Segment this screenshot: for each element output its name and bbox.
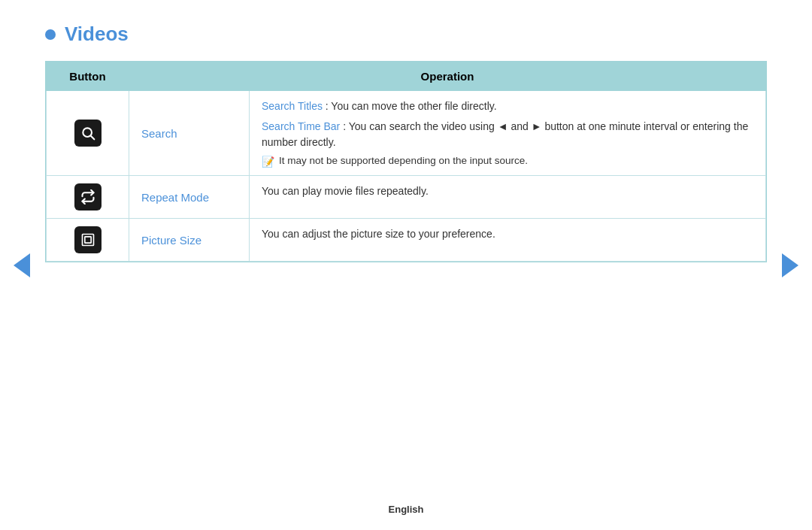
content-table-wrapper: Button Operation (45, 61, 767, 262)
feature-name-picture: Picture Size (141, 234, 201, 247)
feature-name-cell-repeat: Repeat Mode (129, 176, 250, 219)
feature-name-cell-picture: Picture Size (129, 219, 250, 262)
operation-cell-search: Search Titles : You can move the other f… (250, 91, 766, 176)
note-line-search: 📝 It may not be supported depending on t… (262, 155, 753, 168)
page-container: Videos Button Operation (0, 0, 812, 530)
search-time-bar-link: Search Time Bar (262, 120, 340, 132)
operation-cell-repeat: You can play movie files repeatedly. (250, 176, 766, 219)
icon-cell-search (47, 91, 129, 176)
table-header-row: Button Operation (47, 62, 766, 91)
next-arrow[interactable] (782, 253, 798, 277)
content-table: Button Operation (46, 62, 766, 262)
header-button: Button (47, 62, 129, 91)
op-line-repeat: You can play movie files repeatedly. (262, 183, 753, 199)
page-title-row: Videos (45, 23, 767, 46)
page-title: Videos (65, 23, 129, 46)
prev-arrow[interactable] (14, 253, 30, 277)
header-operation: Operation (129, 62, 766, 91)
table-row: Repeat Mode You can play movie files rep… (47, 176, 766, 219)
feature-name-cell-search: Search (129, 91, 250, 176)
op-line-2: Search Time Bar : You can search the vid… (262, 119, 753, 150)
operation-cell-picture: You can adjust the picture size to your … (250, 219, 766, 262)
note-text-search: It may not be supported depending on the… (279, 155, 528, 166)
op-line-picture: You can adjust the picture size to your … (262, 226, 753, 242)
picture-size-icon (74, 226, 102, 253)
op-line-1: Search Titles : You can move the other f… (262, 98, 753, 114)
svg-line-1 (90, 136, 94, 140)
search-titles-link: Search Titles (262, 100, 323, 112)
repeat-icon (74, 183, 102, 210)
svg-rect-3 (84, 237, 90, 243)
icon-cell-picture (47, 219, 129, 262)
note-icon: 📝 (262, 156, 274, 168)
icon-cell-repeat (47, 176, 129, 219)
footer-language: English (389, 504, 424, 515)
repeat-text: You can play movie files repeatedly. (262, 185, 429, 197)
svg-rect-2 (82, 235, 93, 246)
feature-name-repeat: Repeat Mode (141, 191, 209, 204)
feature-name-search: Search (141, 127, 177, 140)
picture-text: You can adjust the picture size to your … (262, 228, 495, 240)
search-icon (74, 120, 102, 147)
search-titles-text: : You can move the other file directly. (326, 100, 497, 112)
bullet-icon (45, 29, 56, 40)
table-row: Picture Size You can adjust the picture … (47, 219, 766, 262)
table-row: Search Search Titles : You can move the … (47, 91, 766, 176)
